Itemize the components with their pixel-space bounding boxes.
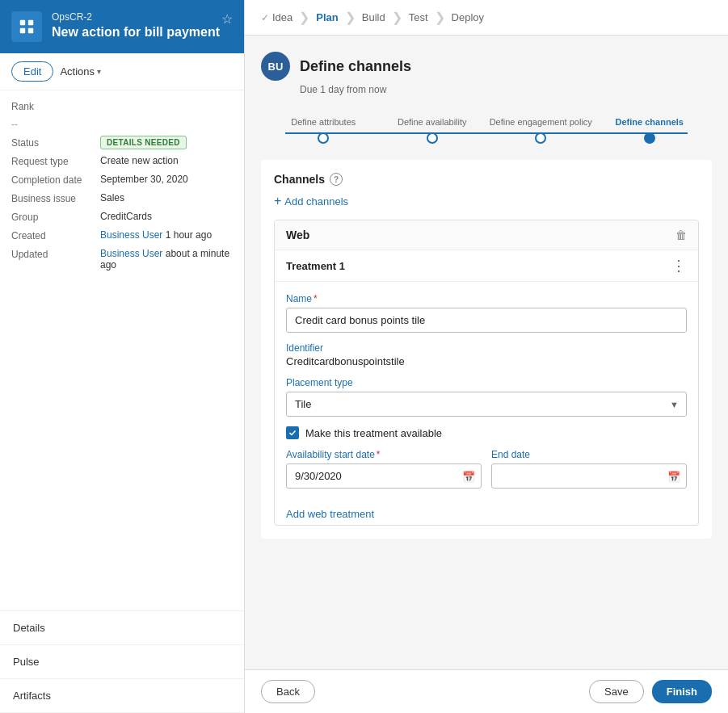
treatment-header: Treatment 1 ⋮	[275, 250, 698, 282]
main-content: BU Define channels Due 1 day from now De…	[245, 36, 728, 669]
step-test[interactable]: Test	[409, 11, 428, 23]
placement-select[interactable]: Tile Banner Popup Inline	[286, 392, 687, 417]
updated-by-link[interactable]: Business User	[100, 248, 162, 259]
step-build[interactable]: Build	[362, 11, 385, 23]
group-row: Group CreditCards	[11, 211, 233, 223]
availability-checkbox-row[interactable]: Make this treatment available	[286, 426, 687, 439]
check-icon: ✓	[261, 12, 269, 23]
actions-label: Actions	[60, 65, 95, 78]
step-idea-label: Idea	[272, 11, 292, 23]
substep-define-channels[interactable]: Define channels	[595, 116, 705, 144]
completion-label: Completion date	[11, 174, 100, 186]
substep-define-engagement-label: Define engagement policy	[490, 116, 592, 128]
add-treatment-button[interactable]: Add web treatment	[275, 500, 385, 525]
step-deploy[interactable]: Deploy	[452, 11, 484, 23]
business-issue-value: Sales	[100, 192, 233, 203]
request-type-value: Create new action	[100, 155, 233, 166]
substep-define-availability-label: Define availability	[398, 116, 467, 128]
updated-value: Business User about a minute ago	[100, 248, 233, 271]
substep-define-engagement-dot	[535, 132, 546, 144]
request-type-row: Request type Create new action	[11, 155, 233, 167]
placement-label: Placement type	[286, 377, 687, 388]
left-actions-bar: Edit Actions ▾	[0, 53, 244, 90]
dates-row: Availability start date* 📅 End date	[286, 449, 687, 489]
section-title: Define channels	[300, 58, 411, 75]
status-label: Status	[11, 136, 100, 149]
nav-item-artifacts[interactable]: Artifacts	[0, 679, 244, 713]
edit-button[interactable]: Edit	[11, 61, 53, 82]
start-date-label: Availability start date*	[286, 449, 482, 460]
header-icon	[11, 11, 42, 42]
left-nav: Details Pulse Artifacts	[0, 610, 244, 713]
svg-rect-2	[20, 28, 25, 33]
arrow-1: ❯	[299, 10, 309, 25]
step-build-label: Build	[362, 11, 385, 23]
channels-title: Channels ?	[274, 173, 699, 186]
business-issue-label: Business issue	[11, 192, 100, 204]
arrow-4: ❯	[435, 10, 445, 25]
name-input[interactable]	[286, 308, 687, 333]
finish-button[interactable]: Finish	[652, 680, 712, 703]
created-row: Created Business User 1 hour ago	[11, 229, 233, 241]
availability-checkbox-label: Make this treatment available	[305, 427, 442, 439]
end-date-input-wrap: 📅	[491, 463, 687, 489]
substeps-track: Define attributes Define availability De…	[261, 108, 712, 144]
treatment-menu-icon[interactable]: ⋮	[671, 258, 687, 273]
arrow-3: ❯	[392, 10, 402, 25]
channels-help-icon[interactable]: ?	[330, 173, 343, 186]
substep-define-attributes-dot	[318, 132, 329, 144]
placement-select-wrap: Tile Banner Popup Inline ▼	[286, 392, 687, 417]
section-due: Due 1 day from now	[300, 84, 712, 95]
back-button[interactable]: Back	[261, 680, 315, 703]
end-date-field: End date 📅	[491, 449, 687, 489]
nav-item-details[interactable]: Details	[0, 611, 244, 645]
web-card-title: Web	[286, 229, 309, 241]
completion-value: September 30, 2020	[100, 174, 233, 185]
step-plan-label: Plan	[316, 11, 338, 23]
actions-button[interactable]: Actions ▾	[60, 65, 101, 78]
save-button[interactable]: Save	[589, 680, 644, 703]
right-panel: ✓ Idea ❯ Plan ❯ Build ❯ Test ❯ Deploy BU…	[245, 0, 728, 713]
start-date-input[interactable]	[286, 463, 482, 489]
rank-label: Rank	[11, 100, 100, 112]
rank-row: Rank	[11, 100, 233, 112]
add-channels-button[interactable]: + Add channels	[274, 194, 348, 208]
business-issue-row: Business issue Sales	[11, 192, 233, 204]
step-deploy-label: Deploy	[452, 11, 484, 23]
channels-section: Channels ? + Add channels Web 🗑 Treatmen…	[261, 160, 712, 539]
created-time: 1 hour ago	[166, 229, 212, 241]
created-by-link[interactable]: Business User	[100, 229, 162, 241]
end-date-label: End date	[491, 449, 687, 460]
name-field-group: Name*	[286, 293, 687, 333]
star-icon[interactable]: ☆	[221, 11, 233, 27]
status-badge-wrap: DETAILS NEEDED	[100, 136, 233, 148]
web-card-delete-icon[interactable]: 🗑	[675, 229, 687, 241]
name-required-star: *	[314, 293, 318, 304]
substep-define-attributes-label: Define attributes	[291, 116, 356, 128]
add-channels-label: Add channels	[284, 195, 348, 208]
start-date-field: Availability start date* 📅	[286, 449, 482, 489]
step-test-label: Test	[409, 11, 428, 23]
identifier-label: Identifier	[286, 342, 687, 354]
status-badge: DETAILS NEEDED	[100, 136, 187, 149]
treatment-title: Treatment 1	[286, 260, 345, 272]
web-card: Web 🗑 Treatment 1 ⋮ Name*	[274, 220, 699, 526]
step-idea[interactable]: ✓ Idea	[261, 11, 292, 23]
end-date-input[interactable]	[491, 463, 687, 489]
availability-checkbox[interactable]	[286, 426, 299, 439]
created-label: Created	[11, 229, 100, 241]
arrow-2: ❯	[345, 10, 356, 25]
substep-define-attributes[interactable]: Define attributes	[269, 116, 378, 144]
placement-field-group: Placement type Tile Banner Popup Inline …	[286, 377, 687, 417]
nav-item-pulse[interactable]: Pulse	[0, 645, 244, 679]
add-channels-plus-icon: +	[274, 194, 281, 208]
updated-row: Updated Business User about a minute ago	[11, 248, 233, 271]
case-id: OpsCR-2	[52, 11, 231, 23]
substep-define-availability[interactable]: Define availability	[378, 116, 487, 144]
step-plan[interactable]: Plan	[316, 11, 338, 23]
substep-define-channels-dot	[644, 132, 655, 144]
meta-section: Rank -- Status DETAILS NEEDED Request ty…	[0, 90, 244, 610]
status-row: Status DETAILS NEEDED	[11, 136, 233, 149]
svg-rect-1	[28, 20, 33, 25]
substep-define-engagement[interactable]: Define engagement policy	[486, 116, 595, 144]
